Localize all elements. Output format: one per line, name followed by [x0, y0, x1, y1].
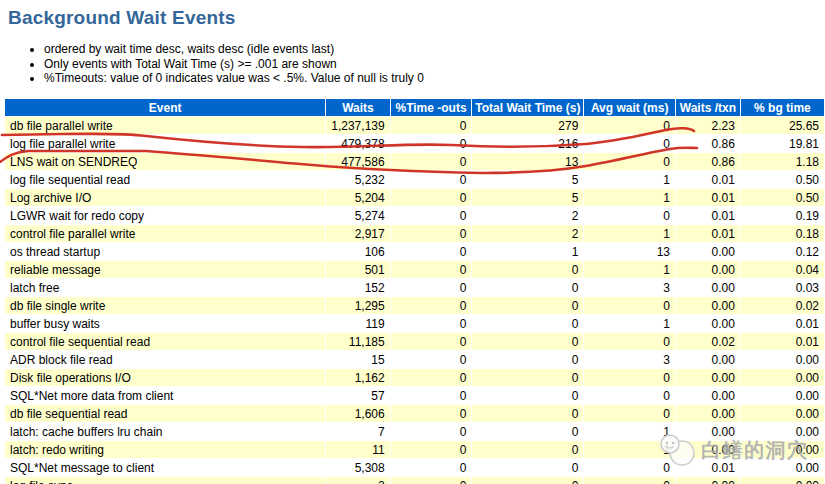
note-item: %Timeouts: value of 0 indicates value wa…	[44, 71, 825, 86]
table-row: latch free1520030.000.03	[5, 279, 824, 296]
value-cell: 0.00	[676, 351, 740, 368]
table-row: SQL*Net message to client5,3080000.010.0…	[5, 459, 824, 476]
value-cell: 0.86	[676, 153, 740, 170]
value-cell: 57	[326, 387, 389, 404]
value-cell: 152	[326, 279, 389, 296]
event-cell: SQL*Net more data from client	[5, 387, 325, 404]
value-cell: 2,917	[326, 225, 389, 242]
table-row: LNS wait on SENDREQ477,58601300.861.18	[5, 153, 824, 170]
value-cell: 2.23	[676, 117, 740, 134]
value-cell: 0	[391, 441, 472, 458]
value-cell: 0	[584, 117, 675, 134]
value-cell: 0.00	[676, 441, 740, 458]
value-cell: 0.00	[676, 387, 740, 404]
value-cell: 0	[472, 477, 583, 484]
value-cell: 0.00	[676, 279, 740, 296]
table-row: db file single write1,2950000.000.02	[5, 297, 824, 314]
value-cell: 0.00	[676, 243, 740, 260]
table-body: db file parallel write1,237,139027902.23…	[5, 117, 824, 484]
value-cell: 1,295	[326, 297, 389, 314]
value-cell: 0.01	[676, 189, 740, 206]
event-cell: reliable message	[5, 261, 325, 278]
event-cell: log file parallel write	[5, 135, 325, 152]
table-row: Log archive I/O5,2040510.010.50	[5, 189, 824, 206]
value-cell: 2	[472, 225, 583, 242]
value-cell: 0	[391, 477, 472, 484]
value-cell: 0	[584, 369, 675, 386]
value-cell: 0	[391, 261, 472, 278]
value-cell: 0	[391, 387, 472, 404]
value-cell: 0.00	[676, 369, 740, 386]
value-cell: 0	[584, 297, 675, 314]
value-cell: 5,204	[326, 189, 389, 206]
value-cell: 0.19	[741, 207, 824, 224]
value-cell: 1,162	[326, 369, 389, 386]
value-cell: 1	[584, 261, 675, 278]
value-cell: 0	[472, 423, 583, 440]
table-row: reliable message5010010.000.04	[5, 261, 824, 278]
event-cell: log file sequential read	[5, 171, 325, 188]
value-cell: 106	[326, 243, 389, 260]
value-cell: 11,185	[326, 333, 389, 350]
value-cell: 1	[584, 315, 675, 332]
value-cell: 1.18	[741, 153, 824, 170]
value-cell: 0.50	[741, 189, 824, 206]
table-row: log file sequential read5,2320510.010.50	[5, 171, 824, 188]
event-cell: control file parallel write	[5, 225, 325, 242]
value-cell: 0	[472, 351, 583, 368]
table-row: db file sequential read1,6060000.000.00	[5, 405, 824, 422]
value-cell: 0.04	[741, 261, 824, 278]
value-cell: 0.03	[741, 279, 824, 296]
value-cell: 5	[472, 171, 583, 188]
value-cell: 0	[391, 459, 472, 476]
event-cell: latch: redo writing	[5, 441, 325, 458]
value-cell: 5,232	[326, 171, 389, 188]
table-row: SQL*Net more data from client570000.000.…	[5, 387, 824, 404]
value-cell: 0	[472, 279, 583, 296]
value-cell: 0.01	[741, 333, 824, 350]
value-cell: 0	[472, 261, 583, 278]
event-cell: db file parallel write	[5, 117, 325, 134]
note-item: Only events with Total Wait Time (s) >= …	[44, 57, 825, 72]
value-cell: 5,274	[326, 207, 389, 224]
value-cell: 501	[326, 261, 389, 278]
value-cell: 19.81	[741, 135, 824, 152]
table-row: LGWR wait for redo copy5,2740200.010.19	[5, 207, 824, 224]
value-cell: 0.01	[676, 459, 740, 476]
value-cell: 0.00	[741, 423, 824, 440]
page-title: Background Wait Events	[8, 7, 825, 29]
value-cell: 1	[584, 423, 675, 440]
value-cell: 13	[584, 243, 675, 260]
event-cell: latch: cache buffers lru chain	[5, 423, 325, 440]
value-cell: 1	[584, 441, 675, 458]
value-cell: 0.00	[741, 405, 824, 422]
value-cell: 13	[472, 153, 583, 170]
value-cell: 1,237,139	[326, 117, 389, 134]
value-cell: 0.00	[741, 477, 824, 484]
value-cell: 0.00	[741, 459, 824, 476]
value-cell: 0.00	[741, 387, 824, 404]
event-cell: ADR block file read	[5, 351, 325, 368]
value-cell: 0.00	[676, 261, 740, 278]
value-cell: 477,586	[326, 153, 389, 170]
value-cell: 0	[391, 423, 472, 440]
value-cell: 0	[584, 153, 675, 170]
value-cell: 0	[391, 135, 472, 152]
value-cell: 0	[472, 333, 583, 350]
value-cell: 3	[584, 279, 675, 296]
value-cell: 0.00	[676, 405, 740, 422]
value-cell: 0	[584, 135, 675, 152]
column-header-5: Waits /txn	[676, 99, 740, 116]
table-header: EventWaits%Time -outsTotal Wait Time (s)…	[5, 99, 824, 116]
value-cell: 0	[391, 153, 472, 170]
value-cell: 0	[472, 459, 583, 476]
value-cell: 1	[584, 225, 675, 242]
value-cell: 0	[391, 315, 472, 332]
event-cell: Disk file operations I/O	[5, 369, 325, 386]
table-row: Disk file operations I/O1,1620000.000.00	[5, 369, 824, 386]
table-row: ADR block file read150030.000.00	[5, 351, 824, 368]
event-cell: buffer busy waits	[5, 315, 325, 332]
event-cell: db file sequential read	[5, 405, 325, 422]
value-cell: 0	[584, 333, 675, 350]
value-cell: 2	[472, 207, 583, 224]
